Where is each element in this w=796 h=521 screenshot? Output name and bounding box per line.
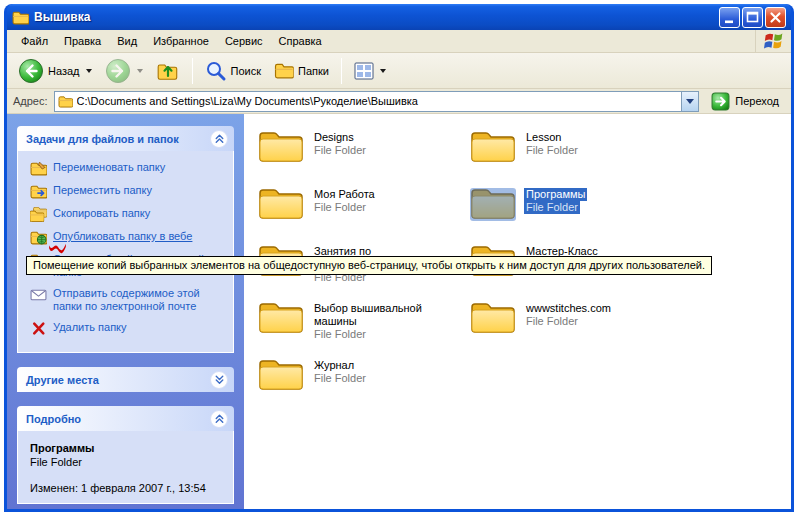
other-places-title: Другие места xyxy=(26,374,99,386)
go-arrow-icon xyxy=(711,92,730,111)
search-button-label: Поиск xyxy=(231,65,261,77)
address-label: Адрес: xyxy=(13,95,48,107)
search-button[interactable]: Поиск xyxy=(200,57,266,85)
forward-arrow-icon xyxy=(105,58,131,84)
address-input[interactable] xyxy=(77,93,678,110)
task-label: Скопировать папку xyxy=(53,207,150,220)
forward-dropdown-icon xyxy=(137,69,143,73)
move-folder-icon xyxy=(30,184,47,199)
file-list-area[interactable]: DesignsFile Folder Моя РаботаFile Folder… xyxy=(244,114,791,509)
menu-bar: Файл Правка Вид Избранное Сервис Справка xyxy=(7,30,791,53)
standard-buttons-toolbar: Назад Поиск Папки xyxy=(7,53,791,89)
back-button-label: Назад xyxy=(48,65,80,77)
menu-view[interactable]: Вид xyxy=(109,32,145,50)
folder-icon xyxy=(470,128,516,164)
task-label: Отправить содержимое этой папки по элект… xyxy=(53,287,229,313)
copy-folder-icon xyxy=(30,207,47,222)
task-move-folder[interactable]: Переместить папку xyxy=(30,184,229,199)
file-type: File Folder xyxy=(312,201,368,214)
go-button[interactable]: Переход xyxy=(705,90,785,113)
task-delete-folder[interactable]: Удалить папку xyxy=(30,321,229,336)
task-label: Удалить папку xyxy=(53,321,127,334)
up-button[interactable] xyxy=(151,57,185,85)
menu-favorites[interactable]: Избранное xyxy=(145,32,217,50)
file-type: File Folder xyxy=(312,144,368,157)
address-dropdown-button[interactable] xyxy=(681,92,698,111)
views-dropdown-icon xyxy=(380,69,386,73)
details-item-type: File Folder xyxy=(30,455,229,469)
folder-icon xyxy=(258,128,304,164)
file-item-designs[interactable]: DesignsFile Folder xyxy=(258,128,463,185)
folder-icon xyxy=(258,185,304,221)
file-name: Lesson xyxy=(524,131,563,144)
folder-icon-selected xyxy=(470,185,516,221)
file-name: Программы xyxy=(524,188,587,201)
search-icon xyxy=(205,60,227,82)
back-button[interactable]: Назад xyxy=(13,55,97,87)
address-combobox[interactable] xyxy=(54,91,700,112)
other-places-header[interactable]: Другие места xyxy=(17,367,234,392)
folder-icon xyxy=(470,299,516,335)
menu-tools[interactable]: Сервис xyxy=(217,32,271,50)
window-folder-icon xyxy=(12,10,29,25)
back-dropdown-icon[interactable] xyxy=(86,69,92,73)
chevron-up-icon xyxy=(213,132,226,145)
windows-logo-icon xyxy=(755,30,791,52)
other-places-panel: Другие места xyxy=(17,367,234,392)
file-name: wwwstitches.com xyxy=(524,302,613,315)
minimize-button[interactable] xyxy=(719,7,740,28)
file-folder-tasks-panel: Задачи для файлов и папок Переименовать … xyxy=(17,126,234,353)
details-item-name: Программы xyxy=(30,441,229,455)
task-copy-folder[interactable]: Скопировать папку xyxy=(30,207,229,222)
publish-task-tooltip: Помещение копий выбранных элементов на о… xyxy=(26,256,712,275)
folder-icon xyxy=(258,356,304,392)
folders-button[interactable]: Папки xyxy=(269,59,334,82)
expand-panel-button[interactable] xyxy=(210,371,228,389)
file-item-moya-rabota[interactable]: Моя РаботаFile Folder xyxy=(258,185,463,242)
details-item-modified: Изменен: 1 февраля 2007 г., 13:54 xyxy=(30,481,229,495)
details-panel-header[interactable]: Подробно xyxy=(17,406,234,431)
delete-icon xyxy=(30,321,47,336)
file-name: Designs xyxy=(312,131,356,144)
close-button[interactable] xyxy=(765,7,786,28)
details-panel-body: Программы File Folder Изменен: 1 февраля… xyxy=(17,431,234,504)
collapse-panel-button[interactable] xyxy=(210,410,228,428)
chevron-down-icon xyxy=(213,373,226,386)
menu-file[interactable]: Файл xyxy=(13,32,56,50)
menu-help[interactable]: Справка xyxy=(271,32,330,50)
file-name: Выбор вышивальной машины xyxy=(312,302,463,328)
email-icon xyxy=(30,287,47,302)
folders-button-label: Папки xyxy=(298,65,329,77)
folder-icon xyxy=(258,299,304,335)
details-panel-title: Подробно xyxy=(26,413,81,425)
tasks-panel-title: Задачи для файлов и папок xyxy=(26,133,179,145)
file-item-vybor-mashiny[interactable]: Выбор вышивальной машиныFile Folder xyxy=(258,299,463,356)
toolbar-separator xyxy=(192,58,193,84)
chevron-down-icon xyxy=(686,99,694,104)
file-item-lesson[interactable]: LessonFile Folder xyxy=(470,128,675,185)
file-item-wwwstitches[interactable]: wwwstitches.comFile Folder xyxy=(470,299,675,356)
title-bar[interactable]: Вышивка xyxy=(7,4,791,30)
maximize-button[interactable] xyxy=(742,7,763,28)
task-publish-folder-to-web[interactable]: Опубликовать папку в вебе xyxy=(30,230,229,245)
explorer-window: Вышивка Файл Правка Вид Избранное Сервис… xyxy=(4,4,794,512)
forward-button[interactable] xyxy=(100,55,148,87)
folders-icon xyxy=(274,62,294,79)
caption-buttons xyxy=(719,7,786,28)
file-item-zhurnal[interactable]: ЖурналFile Folder xyxy=(258,356,463,413)
file-item-programmy-selected[interactable]: ПрограммыFile Folder xyxy=(470,185,675,242)
menu-edit[interactable]: Правка xyxy=(56,32,109,50)
collapse-panel-button[interactable] xyxy=(210,130,228,148)
tasks-panel-header[interactable]: Задачи для файлов и папок xyxy=(17,126,234,151)
file-name: Моя Работа xyxy=(312,188,377,201)
task-email-folder[interactable]: Отправить содержимое этой папки по элект… xyxy=(30,287,229,313)
task-pane-sidebar: Задачи для файлов и папок Переименовать … xyxy=(7,114,244,509)
views-button[interactable] xyxy=(349,58,391,84)
chevron-up-icon xyxy=(213,412,226,425)
file-type: File Folder xyxy=(524,315,580,328)
task-rename-folder[interactable]: Переименовать папку xyxy=(30,161,229,176)
publish-web-icon xyxy=(30,230,47,245)
tasks-panel-body: Переименовать папку Переместить папку Ск… xyxy=(17,151,234,353)
rename-folder-icon xyxy=(30,161,47,176)
task-label: Опубликовать папку в вебе xyxy=(53,230,192,242)
